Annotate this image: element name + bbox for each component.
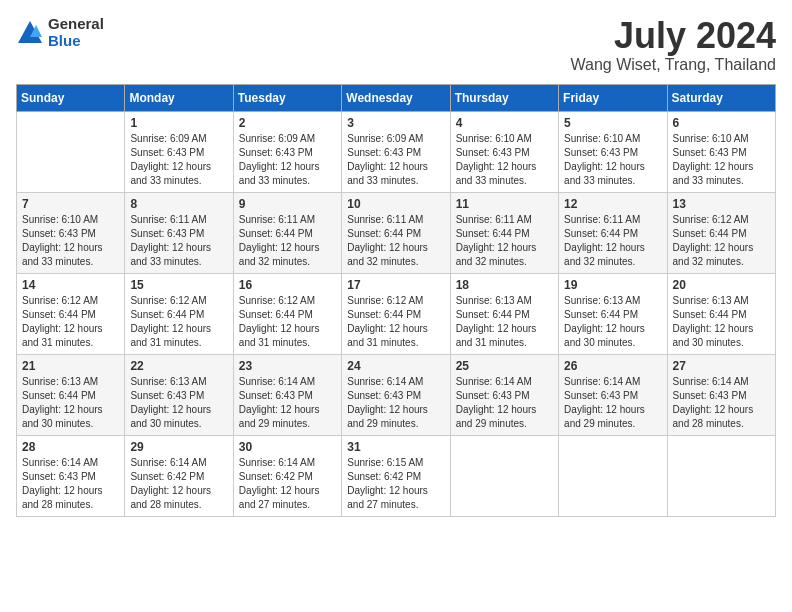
cell-info: Sunrise: 6:13 AM Sunset: 6:44 PM Dayligh… [673, 294, 770, 350]
calendar-cell: 25Sunrise: 6:14 AM Sunset: 6:43 PM Dayli… [450, 354, 558, 435]
cell-info: Sunrise: 6:11 AM Sunset: 6:44 PM Dayligh… [456, 213, 553, 269]
day-number: 16 [239, 278, 336, 292]
weekday-header-cell: Sunday [17, 84, 125, 111]
calendar-cell: 12Sunrise: 6:11 AM Sunset: 6:44 PM Dayli… [559, 192, 667, 273]
day-number: 6 [673, 116, 770, 130]
cell-info: Sunrise: 6:15 AM Sunset: 6:42 PM Dayligh… [347, 456, 444, 512]
cell-info: Sunrise: 6:09 AM Sunset: 6:43 PM Dayligh… [130, 132, 227, 188]
logo-general: General [48, 16, 104, 33]
calendar-cell: 10Sunrise: 6:11 AM Sunset: 6:44 PM Dayli… [342, 192, 450, 273]
calendar-body: 1Sunrise: 6:09 AM Sunset: 6:43 PM Daylig… [17, 111, 776, 516]
calendar-cell [17, 111, 125, 192]
day-number: 4 [456, 116, 553, 130]
calendar-cell [667, 435, 775, 516]
calendar-week-row: 21Sunrise: 6:13 AM Sunset: 6:44 PM Dayli… [17, 354, 776, 435]
calendar-cell: 8Sunrise: 6:11 AM Sunset: 6:43 PM Daylig… [125, 192, 233, 273]
cell-info: Sunrise: 6:14 AM Sunset: 6:42 PM Dayligh… [130, 456, 227, 512]
calendar-table: SundayMondayTuesdayWednesdayThursdayFrid… [16, 84, 776, 517]
calendar-cell: 28Sunrise: 6:14 AM Sunset: 6:43 PM Dayli… [17, 435, 125, 516]
day-number: 23 [239, 359, 336, 373]
cell-info: Sunrise: 6:14 AM Sunset: 6:43 PM Dayligh… [239, 375, 336, 431]
calendar-cell: 23Sunrise: 6:14 AM Sunset: 6:43 PM Dayli… [233, 354, 341, 435]
calendar-cell: 14Sunrise: 6:12 AM Sunset: 6:44 PM Dayli… [17, 273, 125, 354]
weekday-header-row: SundayMondayTuesdayWednesdayThursdayFrid… [17, 84, 776, 111]
cell-info: Sunrise: 6:14 AM Sunset: 6:43 PM Dayligh… [347, 375, 444, 431]
month-title: July 2024 [571, 16, 776, 56]
calendar-cell: 20Sunrise: 6:13 AM Sunset: 6:44 PM Dayli… [667, 273, 775, 354]
calendar-header: SundayMondayTuesdayWednesdayThursdayFrid… [17, 84, 776, 111]
day-number: 30 [239, 440, 336, 454]
calendar-cell: 29Sunrise: 6:14 AM Sunset: 6:42 PM Dayli… [125, 435, 233, 516]
day-number: 25 [456, 359, 553, 373]
calendar-week-row: 1Sunrise: 6:09 AM Sunset: 6:43 PM Daylig… [17, 111, 776, 192]
cell-info: Sunrise: 6:11 AM Sunset: 6:44 PM Dayligh… [564, 213, 661, 269]
logo-icon [16, 19, 44, 47]
calendar-week-row: 28Sunrise: 6:14 AM Sunset: 6:43 PM Dayli… [17, 435, 776, 516]
cell-info: Sunrise: 6:14 AM Sunset: 6:42 PM Dayligh… [239, 456, 336, 512]
calendar-cell: 27Sunrise: 6:14 AM Sunset: 6:43 PM Dayli… [667, 354, 775, 435]
day-number: 24 [347, 359, 444, 373]
day-number: 26 [564, 359, 661, 373]
cell-info: Sunrise: 6:10 AM Sunset: 6:43 PM Dayligh… [564, 132, 661, 188]
cell-info: Sunrise: 6:13 AM Sunset: 6:43 PM Dayligh… [130, 375, 227, 431]
day-number: 8 [130, 197, 227, 211]
day-number: 7 [22, 197, 119, 211]
calendar-cell: 18Sunrise: 6:13 AM Sunset: 6:44 PM Dayli… [450, 273, 558, 354]
cell-info: Sunrise: 6:12 AM Sunset: 6:44 PM Dayligh… [347, 294, 444, 350]
weekday-header-cell: Thursday [450, 84, 558, 111]
cell-info: Sunrise: 6:11 AM Sunset: 6:44 PM Dayligh… [347, 213, 444, 269]
calendar-cell: 17Sunrise: 6:12 AM Sunset: 6:44 PM Dayli… [342, 273, 450, 354]
day-number: 11 [456, 197, 553, 211]
calendar-cell: 7Sunrise: 6:10 AM Sunset: 6:43 PM Daylig… [17, 192, 125, 273]
day-number: 17 [347, 278, 444, 292]
calendar-cell: 5Sunrise: 6:10 AM Sunset: 6:43 PM Daylig… [559, 111, 667, 192]
cell-info: Sunrise: 6:09 AM Sunset: 6:43 PM Dayligh… [239, 132, 336, 188]
calendar-cell: 13Sunrise: 6:12 AM Sunset: 6:44 PM Dayli… [667, 192, 775, 273]
cell-info: Sunrise: 6:13 AM Sunset: 6:44 PM Dayligh… [564, 294, 661, 350]
weekday-header-cell: Wednesday [342, 84, 450, 111]
cell-info: Sunrise: 6:14 AM Sunset: 6:43 PM Dayligh… [564, 375, 661, 431]
cell-info: Sunrise: 6:14 AM Sunset: 6:43 PM Dayligh… [673, 375, 770, 431]
day-number: 2 [239, 116, 336, 130]
day-number: 21 [22, 359, 119, 373]
cell-info: Sunrise: 6:10 AM Sunset: 6:43 PM Dayligh… [673, 132, 770, 188]
day-number: 10 [347, 197, 444, 211]
day-number: 12 [564, 197, 661, 211]
calendar-cell: 26Sunrise: 6:14 AM Sunset: 6:43 PM Dayli… [559, 354, 667, 435]
cell-info: Sunrise: 6:13 AM Sunset: 6:44 PM Dayligh… [456, 294, 553, 350]
calendar-cell: 11Sunrise: 6:11 AM Sunset: 6:44 PM Dayli… [450, 192, 558, 273]
day-number: 15 [130, 278, 227, 292]
day-number: 20 [673, 278, 770, 292]
weekday-header-cell: Monday [125, 84, 233, 111]
calendar-cell: 31Sunrise: 6:15 AM Sunset: 6:42 PM Dayli… [342, 435, 450, 516]
day-number: 27 [673, 359, 770, 373]
calendar-cell: 30Sunrise: 6:14 AM Sunset: 6:42 PM Dayli… [233, 435, 341, 516]
logo-text: General Blue [48, 16, 104, 49]
day-number: 9 [239, 197, 336, 211]
calendar-cell: 1Sunrise: 6:09 AM Sunset: 6:43 PM Daylig… [125, 111, 233, 192]
weekday-header-cell: Saturday [667, 84, 775, 111]
cell-info: Sunrise: 6:12 AM Sunset: 6:44 PM Dayligh… [673, 213, 770, 269]
day-number: 29 [130, 440, 227, 454]
day-number: 18 [456, 278, 553, 292]
weekday-header-cell: Friday [559, 84, 667, 111]
calendar-cell: 2Sunrise: 6:09 AM Sunset: 6:43 PM Daylig… [233, 111, 341, 192]
cell-info: Sunrise: 6:11 AM Sunset: 6:44 PM Dayligh… [239, 213, 336, 269]
calendar-cell: 21Sunrise: 6:13 AM Sunset: 6:44 PM Dayli… [17, 354, 125, 435]
cell-info: Sunrise: 6:14 AM Sunset: 6:43 PM Dayligh… [22, 456, 119, 512]
calendar-cell: 3Sunrise: 6:09 AM Sunset: 6:43 PM Daylig… [342, 111, 450, 192]
calendar-cell: 9Sunrise: 6:11 AM Sunset: 6:44 PM Daylig… [233, 192, 341, 273]
calendar-cell: 4Sunrise: 6:10 AM Sunset: 6:43 PM Daylig… [450, 111, 558, 192]
calendar-cell [450, 435, 558, 516]
cell-info: Sunrise: 6:09 AM Sunset: 6:43 PM Dayligh… [347, 132, 444, 188]
calendar-cell: 24Sunrise: 6:14 AM Sunset: 6:43 PM Dayli… [342, 354, 450, 435]
day-number: 5 [564, 116, 661, 130]
day-number: 14 [22, 278, 119, 292]
calendar-cell: 22Sunrise: 6:13 AM Sunset: 6:43 PM Dayli… [125, 354, 233, 435]
day-number: 22 [130, 359, 227, 373]
cell-info: Sunrise: 6:14 AM Sunset: 6:43 PM Dayligh… [456, 375, 553, 431]
calendar-week-row: 14Sunrise: 6:12 AM Sunset: 6:44 PM Dayli… [17, 273, 776, 354]
calendar-cell: 16Sunrise: 6:12 AM Sunset: 6:44 PM Dayli… [233, 273, 341, 354]
title-block: July 2024 Wang Wiset, Trang, Thailand [571, 16, 776, 74]
day-number: 1 [130, 116, 227, 130]
